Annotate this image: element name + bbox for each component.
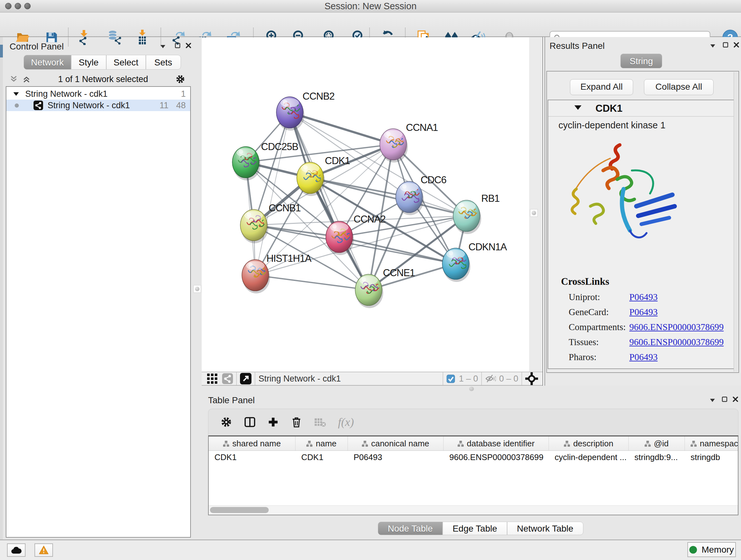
table-cell[interactable]: stringdb:9... — [629, 451, 685, 463]
right-splitter-handle[interactable] — [530, 209, 538, 217]
detach-view-icon[interactable] — [240, 373, 252, 384]
table-cell[interactable]: CDK1 — [295, 451, 348, 463]
horizontal-splitter-handle[interactable] — [469, 387, 474, 391]
warning-button[interactable] — [35, 543, 53, 557]
control-panel-title: Control Panel — [10, 42, 64, 52]
network-badge-icon[interactable] — [222, 373, 233, 384]
crosslink-link[interactable]: P06493 — [629, 352, 658, 362]
node-label-CCNA1: CCNA1 — [406, 122, 438, 133]
vertical-splitter[interactable] — [542, 37, 545, 386]
network-canvas[interactable]: CCNB2CCNA1CDC25BCDK1CDC6RB1CCNB1CCNA2CDK… — [202, 37, 529, 372]
column-header-namespace[interactable]: namespace — [685, 436, 738, 450]
table-mode-gear-icon[interactable] — [220, 416, 232, 428]
network-node-CCNB2[interactable] — [276, 97, 305, 131]
table-cell[interactable]: cyclin-dependent ... — [549, 451, 629, 463]
column-header-name[interactable]: name — [295, 436, 348, 450]
table-horizontal-scrollbar[interactable] — [209, 505, 738, 515]
results-panel: Results Panel String Expand All Collapse… — [545, 37, 741, 386]
tab-style[interactable]: Style — [71, 55, 106, 70]
scrollbar-thumb[interactable] — [210, 507, 269, 513]
panel-close-icon[interactable] — [184, 42, 192, 49]
collapse-section-icon[interactable] — [575, 105, 582, 110]
table-panel-title: Table Panel — [208, 395, 255, 406]
network-node-RB1[interactable] — [453, 200, 481, 234]
column-header-canonical-name[interactable]: canonical name — [348, 436, 444, 450]
tab-sets[interactable]: Sets — [146, 55, 181, 70]
hidden-eye-icon[interactable] — [485, 374, 496, 383]
node-label-CCNA2: CCNA2 — [354, 213, 386, 225]
panel-menu-icon[interactable] — [708, 396, 717, 404]
crosslink-label: GeneCard: — [561, 307, 629, 317]
network-node-CDC25B[interactable] — [232, 146, 260, 180]
panel-float-icon[interactable] — [173, 42, 182, 49]
table-cell[interactable]: 9606.ENSP00000378699 — [444, 451, 549, 463]
network-view-title: String Network - cdk1 — [259, 374, 341, 384]
selected-checkbox[interactable] — [447, 374, 455, 383]
crosslink-link[interactable]: P06493 — [629, 292, 658, 302]
panel-float-icon[interactable] — [721, 41, 730, 49]
network-node-CDK1[interactable] — [297, 162, 325, 196]
tree-expand-icon[interactable] — [13, 92, 19, 96]
gear-icon[interactable] — [176, 74, 185, 84]
network-edge[interactable] — [255, 275, 368, 290]
column-header-shared-name[interactable]: shared name — [209, 436, 295, 450]
edge-count: 48 — [176, 101, 186, 111]
table-cell[interactable]: stringdb — [685, 451, 738, 463]
crosslink-link[interactable]: 9606.ENSP00000378699 — [629, 337, 724, 348]
tab-network-table[interactable]: Network Table — [507, 522, 583, 535]
crosslink-link[interactable]: P06493 — [629, 307, 658, 317]
node-table[interactable]: shared namenamecanonical namedatabase id… — [208, 435, 738, 515]
tab-edge-table[interactable]: Edge Table — [443, 522, 507, 535]
node-label-CCNE1: CCNE1 — [383, 267, 415, 278]
tab-select[interactable]: Select — [106, 55, 146, 70]
collapse-all-icon[interactable] — [10, 75, 18, 83]
table-cell[interactable]: P06493 — [348, 451, 444, 463]
tab-string[interactable]: String — [620, 54, 662, 68]
network-collection-row[interactable]: String Network - cdk1 1 — [6, 88, 190, 100]
expand-all-button[interactable]: Expand All — [570, 79, 633, 95]
column-header-database-identifier[interactable]: database identifier — [444, 436, 549, 450]
column-type-icon — [458, 441, 464, 447]
network-node-CCNA1[interactable] — [380, 129, 408, 163]
network-node-CDKN1A[interactable] — [442, 248, 470, 282]
column-header-@id[interactable]: @id — [629, 436, 685, 450]
left-splitter-handle[interactable] — [193, 285, 201, 293]
panel-menu-icon[interactable] — [709, 42, 717, 50]
collapse-all-button[interactable]: Collapse All — [644, 79, 714, 95]
network-edge[interactable] — [339, 237, 456, 264]
column-header-description[interactable]: description — [549, 436, 629, 450]
control-panel-tabs: NetworkStyleSelectSets — [23, 55, 181, 70]
collection-count: 1 — [181, 89, 186, 99]
network-edge[interactable] — [290, 112, 393, 144]
column-type-icon — [690, 441, 697, 447]
panel-float-icon[interactable] — [720, 395, 729, 403]
table-cell[interactable]: CDK1 — [209, 451, 295, 463]
show-columns-icon[interactable] — [244, 416, 256, 428]
protein-header[interactable]: CDK1 — [548, 100, 737, 117]
horizontal-splitter[interactable] — [202, 386, 741, 392]
crosslink-row: Compartments:9606.ENSP00000378699 — [561, 322, 724, 332]
memory-button[interactable]: Memory — [687, 542, 736, 557]
table-header-row: shared namenamecanonical namedatabase id… — [209, 436, 738, 451]
footer-separator — [481, 372, 482, 385]
table-row[interactable]: CDK1CDK1P064939606.ENSP00000378699cyclin… — [209, 451, 738, 463]
crosshair-icon[interactable] — [525, 372, 538, 385]
panel-menu-icon[interactable] — [158, 43, 167, 51]
network-row-selected[interactable]: String Network - cdk1 11 48 — [6, 100, 190, 111]
network-node-HIST1H1A[interactable] — [242, 260, 270, 294]
status-bar: Memory — [0, 540, 741, 560]
tab-node-table[interactable]: Node Table — [378, 522, 443, 535]
tab-network[interactable]: Network — [23, 55, 71, 70]
results-scrollbar[interactable] — [734, 72, 738, 372]
add-column-icon[interactable] — [268, 417, 279, 428]
expand-all-icon[interactable] — [22, 75, 30, 83]
network-graph[interactable]: CCNB2CCNA1CDC25BCDK1CDC6RB1CCNB1CCNA2CDK… — [202, 37, 529, 372]
crosslink-link[interactable]: 9606.ENSP00000378699 — [629, 322, 724, 332]
delete-column-icon[interactable] — [291, 416, 302, 428]
grid-view-icon[interactable] — [207, 373, 218, 384]
network-node-CCNE1[interactable] — [355, 274, 383, 308]
panel-close-icon[interactable] — [731, 395, 739, 403]
panel-close-icon[interactable] — [732, 41, 740, 49]
cloud-button[interactable] — [7, 543, 25, 557]
network-node-CDC6[interactable] — [396, 181, 424, 215]
